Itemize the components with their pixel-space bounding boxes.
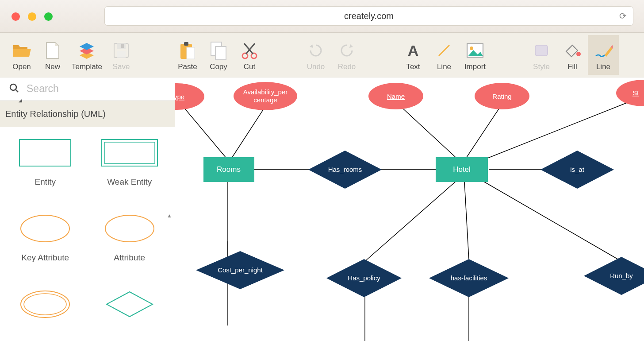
shape-derived-attribute[interactable]: [5, 287, 85, 332]
scissors-icon: [240, 41, 259, 60]
svg-point-24: [21, 215, 69, 242]
shape-relationship[interactable]: [90, 287, 170, 332]
line-tool-button[interactable]: Line: [429, 35, 460, 75]
minimize-window-button[interactable]: [28, 12, 36, 21]
svg-text:has-facilities: has-facilities: [451, 274, 487, 282]
search-icon[interactable]: [9, 83, 19, 95]
shape-entity[interactable]: Entity: [5, 136, 85, 198]
pencil-line-icon: [594, 41, 613, 60]
rel-has-facilities[interactable]: has-facilities: [429, 259, 509, 297]
svg-text:Rating: Rating: [492, 93, 511, 100]
scroll-up-icon[interactable]: ▲: [167, 213, 172, 219]
svg-text:Has_rooms: Has_rooms: [328, 166, 362, 173]
svg-text:ype: ype: [175, 93, 184, 101]
save-icon: [112, 41, 130, 60]
svg-rect-23: [104, 142, 155, 163]
rel-is-at[interactable]: is_at: [540, 151, 614, 189]
svg-line-40: [480, 179, 621, 261]
svg-rect-5: [184, 42, 188, 46]
svg-text:St: St: [632, 89, 639, 97]
image-icon: [466, 41, 484, 60]
svg-line-28: [179, 102, 226, 157]
er-diagram[interactable]: ype Availability_percentage Name Rating …: [175, 78, 644, 341]
close-window-button[interactable]: [12, 12, 20, 21]
svg-text:Rooms: Rooms: [217, 165, 241, 174]
line-style-button[interactable]: Line: [588, 35, 619, 75]
attr-rating[interactable]: Rating: [475, 83, 529, 109]
svg-rect-21: [19, 140, 71, 166]
attr-name[interactable]: Name: [368, 83, 423, 109]
svg-point-19: [10, 84, 16, 90]
cut-button[interactable]: Cut: [234, 35, 265, 75]
svg-rect-17: [535, 45, 548, 56]
svg-line-14: [439, 45, 449, 56]
address-bar[interactable]: creately.com ⟳: [104, 6, 633, 26]
svg-line-11: [246, 43, 255, 54]
new-file-icon: [43, 41, 62, 60]
rel-run-by[interactable]: Run_by: [584, 257, 644, 295]
template-button[interactable]: Template: [68, 35, 106, 75]
rel-cost-per-night[interactable]: Cost_per_night: [196, 251, 284, 289]
svg-rect-6: [187, 47, 195, 59]
rel-has-policy[interactable]: Has_policy: [326, 259, 402, 297]
entity-hotel[interactable]: Hotel: [436, 157, 488, 182]
diagram-canvas[interactable]: ype Availability_percentage Name Rating …: [175, 78, 644, 341]
svg-text:Availability_per: Availability_per: [243, 88, 288, 96]
style-icon: [532, 41, 551, 60]
entity-rooms[interactable]: Rooms: [203, 157, 254, 182]
svg-line-20: [15, 89, 18, 92]
import-button[interactable]: Import: [460, 35, 491, 75]
attr-type[interactable]: ype: [175, 83, 204, 110]
svg-text:Hotel: Hotel: [453, 165, 471, 174]
shape-category-header[interactable]: Entity Relationship (UML): [0, 101, 175, 127]
svg-point-18: [576, 52, 581, 56]
svg-rect-22: [102, 140, 157, 166]
open-button[interactable]: Open: [6, 35, 37, 75]
svg-line-38: [365, 182, 456, 261]
save-button[interactable]: Save: [106, 35, 137, 75]
svg-rect-3: [117, 51, 126, 58]
shape-weak-entity[interactable]: Weak Entity: [90, 136, 170, 198]
browser-chrome: creately.com ⟳: [0, 0, 644, 33]
undo-button[interactable]: Undo: [300, 35, 331, 75]
svg-point-9: [242, 53, 248, 58]
rel-has-rooms[interactable]: Has_rooms: [308, 151, 382, 189]
attr-st[interactable]: St: [616, 80, 644, 106]
svg-line-31: [467, 104, 502, 157]
new-button[interactable]: New: [37, 35, 68, 75]
shape-key-attribute[interactable]: Key Attribute: [5, 212, 85, 274]
search-input[interactable]: [27, 83, 142, 95]
paste-button[interactable]: Paste: [172, 35, 203, 75]
svg-line-39: [464, 182, 469, 259]
layers-icon: [77, 41, 96, 60]
search-dropdown-icon[interactable]: ◢: [19, 98, 22, 103]
attr-availability[interactable]: Availability_percentage: [234, 82, 297, 110]
svg-point-10: [251, 53, 257, 58]
line-icon: [435, 41, 453, 60]
paste-icon: [178, 41, 197, 60]
shape-attribute[interactable]: Attribute: [90, 212, 170, 274]
fill-button[interactable]: Fill: [557, 35, 588, 75]
svg-line-29: [232, 106, 265, 157]
maximize-window-button[interactable]: [44, 12, 53, 21]
svg-point-25: [105, 215, 154, 242]
svg-line-30: [398, 104, 456, 157]
svg-rect-8: [215, 46, 226, 60]
svg-text:is_at: is_at: [570, 166, 585, 173]
window-controls: [12, 12, 53, 21]
svg-text:A: A: [408, 43, 419, 58]
svg-text:Name: Name: [387, 93, 405, 100]
svg-point-27: [24, 294, 66, 315]
url-text: creately.com: [344, 11, 394, 21]
copy-button[interactable]: Copy: [203, 35, 234, 75]
redo-icon: [337, 41, 356, 60]
text-tool-button[interactable]: A Text: [398, 35, 429, 75]
redo-button[interactable]: Redo: [331, 35, 362, 75]
shape-sidebar: ◢ Entity Relationship (UML) ▲ Entity Wea…: [0, 78, 175, 341]
svg-point-26: [21, 291, 69, 318]
svg-text:Cost_per_night: Cost_per_night: [218, 266, 263, 274]
style-button[interactable]: Style: [526, 35, 557, 75]
svg-point-52: [616, 80, 644, 106]
shape-palette: Entity Weak Entity Key Attribute Attribu…: [0, 127, 175, 341]
reload-icon[interactable]: ⟳: [619, 11, 627, 21]
